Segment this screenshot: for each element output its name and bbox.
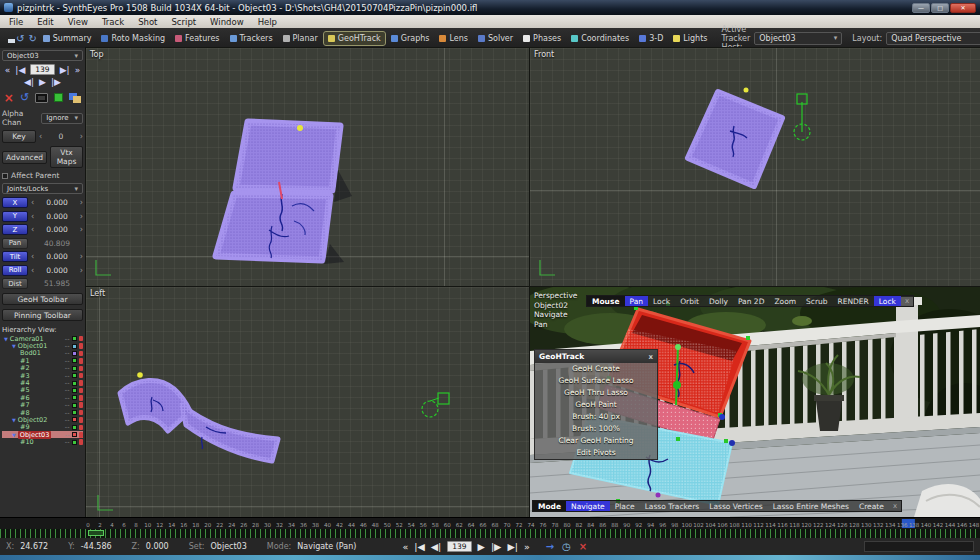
menu-item-file[interactable]: File (2, 17, 30, 27)
hierarchy-item-1[interactable]: #1-- (2, 357, 83, 364)
decrement-arrow[interactable]: ‹ (31, 225, 34, 234)
decrement-arrow[interactable]: ‹ (31, 266, 34, 275)
color-swatch[interactable] (72, 336, 77, 341)
timeline-keys-bar[interactable] (0, 529, 980, 538)
decrement-arrow[interactable]: ‹ (31, 252, 34, 261)
edit-mode-item-lasso-entire-meshes[interactable]: Lasso Entire Meshes (768, 501, 854, 511)
object-selector[interactable]: Object03 ▾ (2, 50, 83, 61)
axis-lock-button-pan[interactable]: Pan (2, 238, 28, 249)
toolbar-button-lights[interactable]: Lights (669, 32, 711, 45)
menu-item-shot[interactable]: Shot (131, 17, 164, 27)
lock-icon[interactable] (79, 410, 84, 416)
mouse-mode-item-dolly[interactable]: Dolly (704, 296, 733, 306)
clock-icon[interactable]: ◷ (562, 541, 571, 552)
timeline-ruler[interactable]: 0246810121416182022242628303234363840424… (0, 517, 980, 529)
hierarchy-item-object02[interactable]: ▼Object02-- (2, 416, 83, 423)
increment-arrow[interactable]: › (80, 212, 83, 221)
lock-icon[interactable] (79, 402, 84, 408)
prev-frame-button[interactable]: ◀| (24, 77, 34, 87)
geoh-menu-item-clear-geoh-painting[interactable]: Clear GeoH Painting (535, 435, 657, 447)
geoh-toolbar-button[interactable]: GeoH Toolbar (2, 293, 83, 305)
go-start-button[interactable]: |◀ (414, 541, 425, 552)
axis-lock-button-dist[interactable]: Dist (2, 278, 28, 289)
go-end-button[interactable]: ▶| (60, 65, 70, 75)
go-start-button[interactable]: |◀ (15, 65, 25, 75)
lock-icon[interactable] (79, 358, 84, 364)
rewind-button[interactable]: « (5, 65, 11, 75)
axis-lock-button-tilt[interactable]: Tilt (2, 251, 28, 262)
mouse-mode-item-orbit[interactable]: Orbit (675, 296, 704, 306)
edit-mode-item-navigate[interactable]: Navigate (566, 501, 610, 511)
axis-lock-button-x[interactable]: X (2, 197, 28, 208)
toolbar-button-phases[interactable]: Phases (519, 32, 565, 45)
next-frame-button[interactable]: |▶ (491, 541, 502, 552)
color-swatch[interactable] (72, 403, 77, 408)
toolbar-button-planar[interactable]: Planar (279, 32, 322, 45)
green-swatch-icon[interactable] (54, 93, 63, 102)
mouse-mode-item-zoom[interactable]: Zoom (769, 296, 801, 306)
expand-arrow-icon[interactable]: ▼ (12, 343, 16, 349)
axis-lock-button-z[interactable]: Z (2, 224, 28, 235)
menu-item-help[interactable]: Help (251, 17, 284, 27)
rewind-button[interactable]: « (402, 541, 408, 552)
toolbar-button-summary[interactable]: Summary (39, 32, 96, 45)
color-swatch[interactable] (72, 395, 77, 400)
menu-item-edit[interactable]: Edit (30, 17, 60, 27)
hierarchy-item-3[interactable]: #3-- (2, 372, 83, 379)
toolbar-button-features[interactable]: Features (171, 32, 223, 45)
play-button[interactable]: ▶ (478, 541, 485, 552)
toolbar-button-3-d[interactable]: 3-D (635, 32, 667, 45)
color-swatch[interactable] (72, 388, 77, 393)
refresh-icon[interactable]: ↺ (20, 93, 29, 103)
next-frame-button[interactable]: |▶ (51, 77, 61, 87)
menu-item-script[interactable]: Script (164, 17, 203, 27)
hierarchy-item-2[interactable]: #2-- (2, 365, 83, 372)
geoh-menu-item-brush-100[interactable]: Brush: 100% (535, 423, 657, 435)
go-end-button[interactable]: ▶| (507, 541, 518, 552)
lock-icon[interactable] (79, 417, 84, 423)
hierarchy-item-6[interactable]: #6-- (2, 394, 83, 401)
color-swatch[interactable] (72, 351, 77, 356)
key-decrement[interactable]: ‹ (39, 132, 42, 141)
lock-icon[interactable] (79, 373, 84, 379)
viewport-left[interactable]: Left (86, 287, 530, 517)
maximize-button[interactable]: □ (931, 3, 949, 13)
active-tracker-host-select[interactable]: Object03 ▾ (754, 32, 842, 45)
alpha-chan-select[interactable]: Ignore ▾ (41, 113, 83, 124)
mouse-mode-item-scrub[interactable]: Scrub (801, 296, 832, 306)
lock-icon[interactable] (79, 343, 84, 349)
edit-mode-item-lasso-trackers[interactable]: Lasso Trackers (640, 501, 705, 511)
geoh-menu-item-geoh-create[interactable]: GeoH Create (535, 363, 657, 375)
edit-mode-item-create[interactable]: Create (854, 501, 889, 511)
menu-item-view[interactable]: View (61, 17, 95, 27)
frame-counter[interactable]: 139 (30, 64, 54, 75)
color-swatch[interactable] (72, 358, 77, 363)
close-button[interactable]: ✕ (950, 3, 976, 13)
lock-icon[interactable] (79, 388, 84, 394)
delete-object-icon[interactable]: × (4, 93, 14, 103)
redo-icon[interactable]: ↻ (28, 33, 36, 44)
key-button[interactable]: Key (2, 130, 36, 143)
increment-arrow[interactable]: › (80, 252, 83, 261)
frame-counter[interactable]: 139 (447, 541, 471, 552)
viewport-top[interactable]: Top (86, 48, 530, 287)
geoh-menu-item-geoh-paint[interactable]: GeoH Paint (535, 399, 657, 411)
color-swatch[interactable] (72, 373, 77, 378)
increment-arrow[interactable]: › (80, 266, 83, 275)
color-swatch[interactable] (72, 344, 77, 349)
hierarchy-item-5[interactable]: #5-- (2, 387, 83, 394)
affect-parent-checkbox[interactable] (2, 173, 8, 179)
mouse-mode-item-render[interactable]: RENDER (833, 296, 874, 306)
expand-arrow-icon[interactable]: ▼ (12, 432, 16, 438)
close-icon[interactable]: x (648, 353, 653, 361)
lock-icon[interactable] (79, 351, 84, 357)
hierarchy-item-bod01[interactable]: Bod01-- (2, 350, 83, 357)
toolbar-button-solver[interactable]: Solver (474, 32, 517, 45)
prev-frame-button[interactable]: ◀| (431, 541, 442, 552)
axis-lock-button-roll[interactable]: Roll (2, 265, 28, 276)
minimize-button[interactable]: — (912, 3, 930, 13)
color-swatch[interactable] (72, 425, 77, 430)
mouse-mode-item-pan-2d[interactable]: Pan 2D (733, 296, 769, 306)
lock-icon[interactable] (79, 432, 84, 438)
mouse-mode-item-lock[interactable]: Lock (648, 296, 675, 306)
